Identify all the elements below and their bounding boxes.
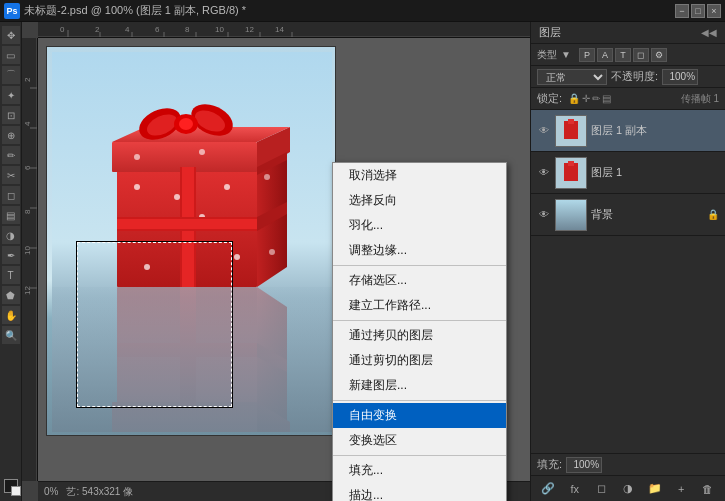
svg-text:8: 8 xyxy=(185,25,190,34)
context-menu: 取消选择 选择反向 羽化... 调整边缘... 存储选区... 建立工作路径..… xyxy=(332,162,507,501)
svg-text:6: 6 xyxy=(155,25,160,34)
tool-eyedropper[interactable]: ⊕ xyxy=(2,126,20,144)
tool-eraser[interactable]: ◻ xyxy=(2,186,20,204)
filter-icon: ▼ xyxy=(561,49,571,60)
lock-label: 锁定: xyxy=(537,91,562,106)
window-controls[interactable]: − □ × xyxy=(675,4,721,18)
tool-gradient[interactable]: ▤ xyxy=(2,206,20,224)
canvas-image xyxy=(46,46,336,436)
minimize-button[interactable]: − xyxy=(675,4,689,18)
svg-point-42 xyxy=(269,249,275,255)
filter-smart-btn[interactable]: ⚙ xyxy=(651,48,667,62)
menu-item-free-transform[interactable]: 自由变换 xyxy=(333,403,506,428)
svg-point-37 xyxy=(224,184,230,190)
svg-rect-71 xyxy=(52,287,332,432)
tool-hand[interactable]: ✋ xyxy=(2,306,20,324)
svg-point-46 xyxy=(134,154,140,160)
tool-select-rect[interactable]: ▭ xyxy=(2,46,20,64)
layer-name-bg: 背景 xyxy=(591,207,703,222)
svg-point-59 xyxy=(179,118,193,130)
window-title: 未标题-2.psd @ 100% (图层 1 副本, RGB/8) * xyxy=(24,3,246,18)
svg-text:10: 10 xyxy=(23,246,32,255)
menu-item-refine[interactable]: 调整边缘... xyxy=(333,238,506,263)
menu-item-new-layer[interactable]: 新建图层... xyxy=(333,373,506,398)
tool-pen[interactable]: ✒ xyxy=(2,246,20,264)
tool-dodge[interactable]: ◑ xyxy=(2,226,20,244)
lock-art-icon[interactable]: ✏ xyxy=(592,93,600,104)
menu-item-deselect[interactable]: 取消选择 xyxy=(333,163,506,188)
link-layers-btn[interactable]: 🔗 xyxy=(539,480,557,498)
close-button[interactable]: × xyxy=(707,4,721,18)
svg-point-47 xyxy=(199,149,205,155)
ruler-horizontal: 0 2 4 6 8 10 12 14 xyxy=(38,22,530,38)
tool-move[interactable]: ✥ xyxy=(2,26,20,44)
canvas-area[interactable]: 0 2 4 6 8 10 12 14 xyxy=(22,22,530,501)
lock-position-icon[interactable]: ✛ xyxy=(582,93,590,104)
fill-row: 锁定: 🔒 ✛ ✏ ▤ 传播帧 1 xyxy=(531,88,725,110)
tool-text[interactable]: T xyxy=(2,266,20,284)
blend-mode-select[interactable]: 正常 xyxy=(537,69,607,85)
maximize-button[interactable]: □ xyxy=(691,4,705,18)
layer-item-bg[interactable]: 👁 背景 🔒 xyxy=(531,194,725,236)
svg-rect-78 xyxy=(556,200,586,230)
menu-separator-3 xyxy=(333,400,506,401)
svg-text:8: 8 xyxy=(23,209,32,214)
filter-text-btn[interactable]: T xyxy=(615,48,631,62)
tool-lasso[interactable]: ⌒ xyxy=(2,66,20,84)
delete-layer-btn[interactable]: 🗑 xyxy=(699,480,717,498)
tool-magic-wand[interactable]: ✦ xyxy=(2,86,20,104)
menu-item-layer-via-copy[interactable]: 通过拷贝的图层 xyxy=(333,323,506,348)
menu-item-work-path[interactable]: 建立工作路径... xyxy=(333,293,506,318)
tool-crop[interactable]: ⊡ xyxy=(2,106,20,124)
svg-text:12: 12 xyxy=(23,286,32,295)
menu-item-feather[interactable]: 羽化... xyxy=(333,213,506,238)
layer-item-copy[interactable]: 👁 图层 1 副本 xyxy=(531,110,725,152)
svg-rect-51 xyxy=(117,219,257,229)
layer-thumb-1 xyxy=(555,157,587,189)
layer-item-1[interactable]: 👁 图层 1 xyxy=(531,152,725,194)
menu-item-stroke[interactable]: 描边... xyxy=(333,483,506,501)
new-adjustment-btn[interactable]: ◑ xyxy=(619,480,637,498)
status-info: 艺: 543x321 像 xyxy=(66,485,133,499)
menu-item-fill[interactable]: 填充... xyxy=(333,458,506,483)
ruler-vertical: 2 4 6 8 10 12 xyxy=(22,38,38,481)
svg-point-33 xyxy=(134,184,140,190)
add-mask-btn[interactable]: ◻ xyxy=(592,480,610,498)
panel-collapse-icon[interactable]: ◀◀ xyxy=(701,27,717,38)
tool-clone[interactable]: ✂ xyxy=(2,166,20,184)
panel-title: 图层 xyxy=(539,25,561,40)
menu-item-save-selection[interactable]: 存储选区... xyxy=(333,268,506,293)
menu-item-transform-selection[interactable]: 变换选区 xyxy=(333,428,506,453)
menu-item-layer-via-cut[interactable]: 通过剪切的图层 xyxy=(333,348,506,373)
menu-separator-4 xyxy=(333,455,506,456)
opacity-input[interactable] xyxy=(662,69,698,85)
svg-text:2: 2 xyxy=(95,25,100,34)
tool-brush[interactable]: ✏ xyxy=(2,146,20,164)
blend-opacity-row: 正常 不透明度: xyxy=(531,66,725,88)
fill-label: 填充: xyxy=(537,457,562,472)
panel-header: 图层 ◀◀ xyxy=(531,22,725,44)
fill-input[interactable] xyxy=(566,457,602,473)
new-group-btn[interactable]: 📁 xyxy=(646,480,664,498)
layers-list: 👁 图层 1 副本 👁 xyxy=(531,110,725,453)
svg-text:10: 10 xyxy=(215,25,224,34)
filter-shape-btn[interactable]: ◻ xyxy=(633,48,649,62)
layer-thumb-bg xyxy=(555,199,587,231)
fill-bottom-row: 填充: xyxy=(531,453,725,475)
new-layer-btn[interactable]: + xyxy=(672,480,690,498)
layer-effects-btn[interactable]: fx xyxy=(566,480,584,498)
layer-eye-bg[interactable]: 👁 xyxy=(537,208,551,222)
lock-all-icon[interactable]: 🔒 xyxy=(568,93,580,104)
tool-zoom[interactable]: 🔍 xyxy=(2,326,20,344)
layer-eye-1[interactable]: 👁 xyxy=(537,166,551,180)
filter-pixel-btn[interactable]: P xyxy=(579,48,595,62)
svg-text:6: 6 xyxy=(23,165,32,170)
lock-transp-icon[interactable]: ▤ xyxy=(602,93,611,104)
menu-separator-2 xyxy=(333,320,506,321)
layer-eye-copy[interactable]: 👁 xyxy=(537,124,551,138)
tool-shape[interactable]: ⬟ xyxy=(2,286,20,304)
menu-item-invert[interactable]: 选择反向 xyxy=(333,188,506,213)
layer-thumb-copy xyxy=(555,115,587,147)
filter-adj-btn[interactable]: A xyxy=(597,48,613,62)
menu-separator-1 xyxy=(333,265,506,266)
